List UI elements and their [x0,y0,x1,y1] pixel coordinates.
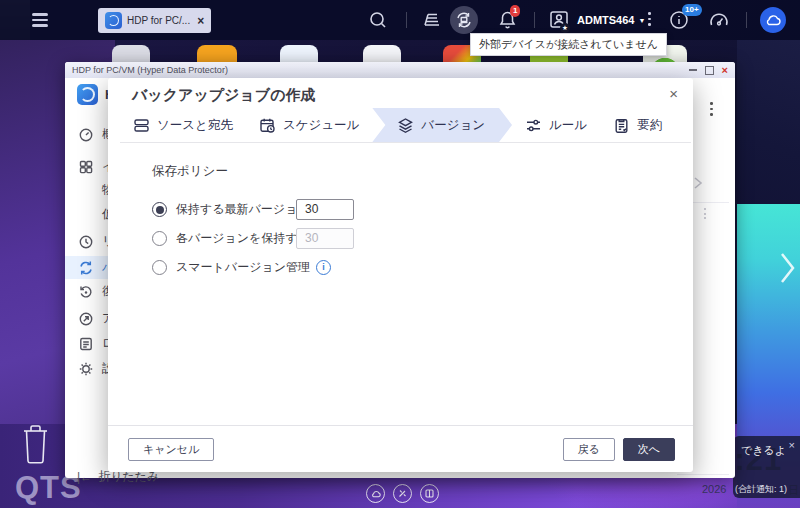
toast-total-count: (合計通知: 1) [735,483,787,496]
user-name: ADMTS464 [577,14,634,26]
retention-policy-title: 保存ポリシー [152,163,693,180]
dashboard-icon[interactable] [708,10,730,30]
divider [677,474,729,475]
sliders-icon [525,117,542,134]
notification-toast[interactable]: できるよ × (合計通知: 1) [733,436,800,498]
option-row-smart-versioning: スマートバージョン管理 i [152,253,693,282]
info-icon[interactable]: i [316,260,331,275]
topbar-divider [406,12,407,28]
restore-icon [78,284,94,300]
topbar-divider [534,12,535,28]
user-name-button[interactable]: ADMTS464 ▼ [577,14,645,26]
dialog-content: 保存ポリシー 保持する最新バージョンの数 : 30 各バージョンを保持する日数 … [108,143,693,282]
chevron-down-icon: ▼ [638,17,645,24]
window-close-icon[interactable]: × [722,65,728,76]
hdp-logo-icon [77,84,98,105]
dock-tools-icon[interactable] [393,484,412,503]
step-label: バージョン [421,117,485,134]
app-more-options-icon[interactable] [710,102,713,119]
external-device-icon[interactable] [450,6,478,34]
window-titlebar[interactable]: HDP for PC/VM (Hyper Data Protector) × [65,62,735,78]
clock-icon [78,234,94,250]
step-source-destination[interactable]: ソースと宛先 [120,108,246,142]
window-minimize-icon[interactable] [689,69,697,71]
step-rules[interactable]: ルール [512,108,600,142]
step-label: スケジュール [283,117,359,134]
search-icon[interactable] [368,10,388,30]
step-label: ルール [549,117,587,134]
option-label: スマートバージョン管理 [176,259,310,276]
notifications-badge: 1 [510,5,520,17]
recycle-bin-icon[interactable] [22,423,49,465]
dialog-title: バックアップジョブの作成 [132,86,316,105]
dock [366,484,439,503]
more-options-icon[interactable] [648,12,651,29]
step-summary[interactable]: 要約 [600,108,675,142]
wizard-steps: ソースと宛先 スケジュール バージョン ルール 要約 [120,108,691,143]
cancel-button[interactable]: キャンセル [128,438,214,461]
create-backup-job-dialog: バックアップジョブの作成 × ソースと宛先 スケジュール バージョン ルール [108,78,693,472]
window-maximize-icon[interactable] [705,66,714,75]
desktop-next-page-arrow[interactable] [777,248,797,288]
topbar-divider [746,12,747,28]
option-row-latest-versions: 保持する最新バージョンの数 : 30 [152,195,693,224]
dock-window-icon[interactable] [420,484,439,503]
server-icon [133,117,150,134]
external-device-tooltip: 外部デバイスが接続されていません [470,33,667,56]
clipboard-icon [613,117,630,134]
chevron-right-icon [692,176,704,190]
next-button[interactable]: 次へ [623,438,675,461]
activity-icon [78,311,94,327]
radio-latest-versions[interactable] [152,202,167,217]
gauge-icon [78,127,94,143]
step-label: ソースと宛先 [157,117,233,134]
grid-icon [78,159,94,175]
taskbar-tab-hdp[interactable]: HDP for PC/... × [98,8,211,33]
calendar-clock-icon [259,117,276,134]
window-title: HDP for PC/VM (Hyper Data Protector) [65,65,228,75]
latest-versions-input[interactable]: 30 [296,199,354,220]
step-version[interactable]: バージョン [372,108,512,142]
dialog-header: バックアップジョブの作成 × [108,78,693,108]
toast-close-icon[interactable]: × [789,439,795,451]
user-star-badge-icon: ★ [560,23,570,33]
top-bar: HDP for PC/... × 1 ★ ADMTS464 ▼ 10+ [0,0,800,40]
option-row-retention-days: 各バージョンを保持する日数 : 30 [152,224,693,253]
sync-icon [78,260,94,276]
main-menu-icon[interactable] [32,13,48,30]
taskbar-tab-label: HDP for PC/... [127,15,190,26]
step-schedule[interactable]: スケジュール [246,108,372,142]
retention-days-input: 30 [296,228,354,249]
dialog-close-icon[interactable]: × [669,85,678,102]
background-tasks-icon[interactable] [422,11,442,29]
log-icon [78,336,94,352]
radio-retention-days[interactable] [152,231,167,246]
hdp-app-icon [105,12,122,29]
toast-message: できるよ [741,443,786,458]
taskbar-tab-close-icon[interactable]: × [197,14,204,28]
back-button[interactable]: 戻る [563,438,615,461]
dialog-footer: キャンセル 戻る 次へ [108,425,693,472]
gear-icon [78,361,94,377]
row-more-options-icon[interactable] [704,208,706,222]
dock-cloud-icon[interactable] [366,484,385,503]
wallpaper-right-top [737,40,800,210]
qts-desktop: 21:21 2026 日 できるよ × (合計通知: 1) HDP for PC… [0,0,800,508]
radio-smart-versioning[interactable] [152,260,167,275]
step-label: 要約 [637,117,662,134]
resource-badge: 10+ [682,4,702,16]
collapse-arrow-icon: |← [77,470,92,484]
myqnapcloud-icon[interactable] [760,7,786,33]
desktop-clock-date-year: 2026 [702,483,726,495]
layers-icon [397,117,414,134]
